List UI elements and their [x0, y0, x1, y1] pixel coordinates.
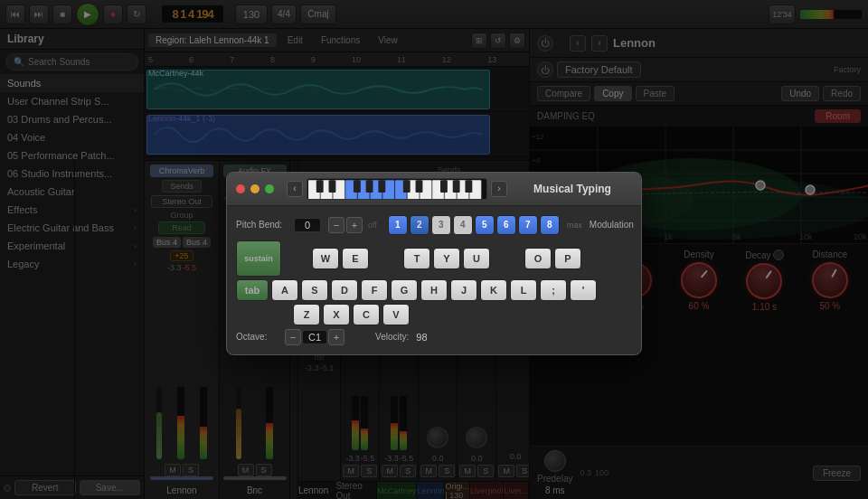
- pitch-key-1[interactable]: 1: [388, 215, 408, 235]
- maximize-dot[interactable]: [265, 184, 274, 193]
- key-x[interactable]: X: [323, 304, 350, 325]
- velocity-label: Velocity:: [375, 332, 409, 342]
- octave-velocity-section: Octave: − C1 + Velocity: 98: [236, 329, 632, 345]
- key-y[interactable]: Y: [433, 248, 460, 269]
- dialog-title: Musical Typing: [513, 183, 632, 195]
- key-quote[interactable]: ': [570, 279, 597, 301]
- key-z[interactable]: Z: [293, 304, 320, 325]
- key-j[interactable]: J: [450, 279, 477, 301]
- key-row-upper: sustain W E T Y U O P: [236, 240, 632, 277]
- dialog-title-bar: ‹: [227, 173, 641, 206]
- key-p[interactable]: P: [554, 248, 581, 269]
- octave-minus-btn[interactable]: −: [285, 329, 301, 345]
- key-e[interactable]: E: [342, 248, 369, 269]
- modal-overlay: ‹: [0, 0, 868, 499]
- dialog-next-btn[interactable]: ›: [491, 181, 507, 197]
- key-semicolon[interactable]: ;: [540, 279, 567, 301]
- svg-rect-39: [366, 180, 373, 193]
- max-label: max: [567, 221, 582, 230]
- pitch-off-label: off: [368, 221, 377, 230]
- svg-rect-41: [403, 180, 410, 193]
- svg-rect-44: [453, 180, 460, 193]
- pitch-key-5[interactable]: 5: [475, 215, 495, 235]
- close-dot[interactable]: [236, 184, 245, 193]
- key-l[interactable]: L: [510, 279, 537, 301]
- key-t[interactable]: T: [403, 248, 430, 269]
- key-g[interactable]: G: [391, 279, 418, 301]
- pitch-bend-label: Pitch Bend:: [236, 220, 290, 230]
- key-o[interactable]: O: [524, 248, 552, 269]
- pitch-bend-value[interactable]: 0: [294, 218, 321, 232]
- pitch-bend-section: Pitch Bend: 0 − + off 1 2 3 4 5 6 7 8: [236, 215, 632, 235]
- svg-rect-43: [440, 180, 448, 193]
- key-c[interactable]: C: [353, 304, 380, 325]
- key-row-home: tab A S D F G H J K L ; ': [236, 279, 632, 301]
- key-row-bottom: Z X C V: [236, 304, 632, 325]
- key-f[interactable]: F: [361, 279, 388, 301]
- pitch-key-2[interactable]: 2: [410, 215, 429, 235]
- velocity-value: 98: [416, 332, 427, 343]
- minimize-dot[interactable]: [250, 184, 259, 193]
- key-h[interactable]: H: [420, 279, 448, 301]
- octave-label: Octave:: [236, 332, 281, 342]
- dialog-body: Pitch Bend: 0 − + off 1 2 3 4 5 6 7 8: [227, 206, 641, 354]
- svg-rect-40: [378, 180, 385, 193]
- svg-rect-42: [416, 180, 423, 193]
- key-d[interactable]: D: [331, 279, 358, 301]
- key-s[interactable]: S: [301, 279, 328, 301]
- key-a[interactable]: A: [271, 279, 298, 301]
- pitch-key-6[interactable]: 6: [496, 215, 516, 235]
- octave-plus-btn[interactable]: +: [328, 329, 344, 345]
- key-w[interactable]: W: [312, 248, 339, 269]
- pitch-key-7[interactable]: 7: [518, 215, 538, 235]
- pitch-key-3[interactable]: 3: [431, 215, 451, 235]
- sustain-key[interactable]: sustain: [236, 240, 281, 277]
- key-u[interactable]: U: [463, 248, 490, 269]
- svg-rect-38: [354, 180, 361, 193]
- pitch-minus-btn[interactable]: −: [328, 217, 344, 233]
- octave-value: C1: [302, 330, 327, 344]
- key-k[interactable]: K: [480, 279, 507, 301]
- dialog-prev-btn[interactable]: ‹: [287, 181, 303, 197]
- modulation-label: Modulation: [590, 220, 634, 230]
- svg-rect-45: [465, 180, 472, 193]
- pitch-key-8[interactable]: 8: [540, 215, 560, 235]
- key-v[interactable]: V: [382, 304, 410, 325]
- pitch-plus-btn[interactable]: +: [346, 217, 363, 233]
- svg-rect-36: [316, 180, 324, 193]
- tab-key[interactable]: tab: [236, 279, 269, 301]
- svg-rect-37: [329, 180, 336, 193]
- pitch-key-4[interactable]: 4: [453, 215, 473, 235]
- musical-typing-dialog: ‹: [226, 172, 642, 355]
